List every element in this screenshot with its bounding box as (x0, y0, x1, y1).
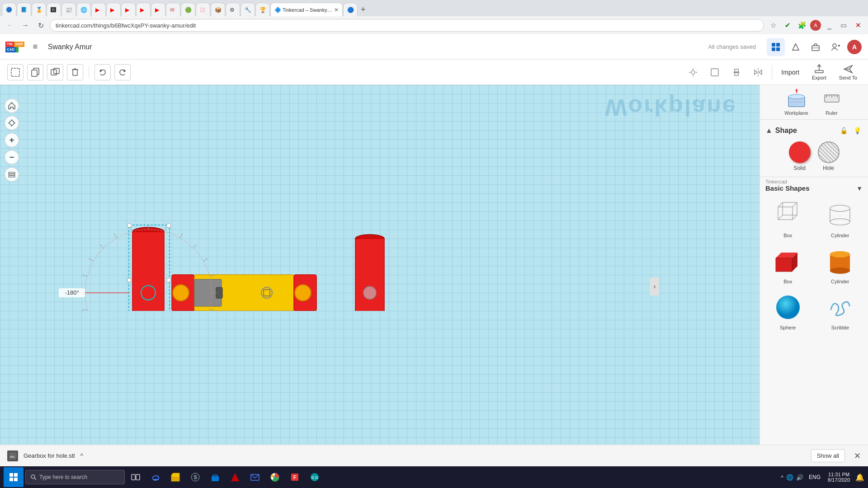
shape-item-box-solid[interactable]: Box (764, 244, 812, 286)
import-btn[interactable]: Import (778, 67, 803, 78)
solid-option[interactable]: Solid (789, 141, 811, 171)
tab-10[interactable]: ▶ (136, 3, 151, 16)
mirror-btn[interactable] (750, 64, 766, 80)
tab-6[interactable]: 🌐 (76, 3, 91, 16)
tab-4[interactable]: 🅰 (47, 3, 61, 16)
align-btn[interactable] (728, 64, 745, 80)
extension1-btn[interactable]: ✔ (781, 19, 794, 32)
tab-18[interactable]: 🏆 (255, 3, 270, 16)
add-user-btn[interactable] (826, 38, 844, 56)
sys-arrow-icon[interactable]: ^ (781, 474, 783, 481)
lightbulb-icon[interactable]: 💡 (852, 125, 863, 136)
minimize-btn[interactable]: ⎯ (823, 19, 835, 32)
menu-icon-btn[interactable]: ≡ (28, 40, 42, 54)
close-window-btn[interactable]: ✕ (852, 19, 864, 32)
tab-17[interactable]: 🔧 (241, 3, 255, 16)
taskbar-steam[interactable]: S (187, 469, 203, 485)
shape-item-cylinder-wireframe[interactable]: Cylinder (816, 197, 865, 240)
delete-btn[interactable] (67, 64, 83, 80)
taskbar-mail[interactable] (247, 469, 263, 485)
download-close-btn[interactable]: ✕ (854, 451, 861, 461)
tab-20[interactable]: 🔵 (343, 3, 358, 16)
tab-3[interactable]: 🏅 (32, 3, 46, 16)
collapse-arrow[interactable]: › (650, 277, 659, 296)
hole-option[interactable]: Hole (818, 141, 840, 171)
taskbar-edge[interactable] (147, 469, 164, 485)
tab-5[interactable]: 📰 (61, 3, 76, 16)
zoom-out-btn[interactable]: − (5, 150, 19, 164)
focus-btn[interactable] (5, 116, 19, 130)
maximize-btn[interactable]: ▭ (837, 19, 850, 32)
taskbar-explorer[interactable] (167, 469, 184, 485)
home-view-btn[interactable] (5, 99, 19, 113)
handle-ml[interactable] (127, 278, 131, 282)
briefcase-btn[interactable] (807, 38, 825, 56)
lang-btn[interactable]: ENG (807, 473, 822, 481)
tab-tinkercad[interactable]: 🔷 Tinkercad – Swanky Amur ✕ (270, 3, 343, 16)
handle-tr[interactable] (167, 224, 170, 227)
taskbar-task-view[interactable] (127, 469, 144, 485)
address-bar[interactable]: tinkercad.com/things/b6BfwcXqxPY-swanky-… (50, 19, 764, 32)
taskbar-app8[interactable]: F (287, 469, 303, 485)
tab-close-icon[interactable]: ✕ (334, 7, 339, 13)
undo-btn[interactable] (94, 64, 111, 80)
copy-btn[interactable] (27, 64, 43, 80)
tab-2[interactable]: 📘 (17, 3, 31, 16)
handle-mr[interactable] (167, 278, 170, 282)
duplicate-btn[interactable] (47, 64, 63, 80)
redo-btn[interactable] (114, 64, 131, 80)
select-all-btn[interactable] (7, 64, 24, 80)
user-profile-btn[interactable]: A (810, 20, 821, 31)
network-icon[interactable]: 🌐 (786, 474, 793, 481)
start-btn[interactable] (4, 467, 24, 487)
taskbar-clock[interactable]: 11:31 PM 8/17/2020 (824, 472, 854, 483)
zoom-in-btn[interactable]: + (5, 133, 19, 147)
new-tab-btn[interactable]: + (358, 3, 372, 16)
taskbar-store[interactable] (207, 469, 223, 485)
tab-8[interactable]: ▶ (106, 3, 121, 16)
tab-11[interactable]: ▶ (151, 3, 165, 16)
build-btn[interactable] (787, 38, 805, 56)
download-chevron-icon[interactable]: ^ (80, 452, 83, 460)
canvas-area[interactable]: Workplane (0, 85, 760, 488)
tab-15[interactable]: 📦 (211, 3, 225, 16)
shape-btn[interactable] (707, 64, 723, 80)
tab-7[interactable]: ▶ (91, 3, 106, 16)
layers-btn[interactable] (5, 167, 19, 182)
show-all-btn[interactable]: Show all (811, 449, 845, 462)
lock-icon[interactable]: 🔓 (838, 125, 849, 136)
user-avatar[interactable]: A (846, 39, 863, 55)
workplane-item[interactable]: Workplane (781, 89, 812, 116)
tinkercad-logo[interactable]: TIN KER CAD (5, 42, 24, 52)
light-btn[interactable] (685, 64, 701, 80)
tab-14[interactable]: 🖼 (196, 3, 210, 16)
grid-view-btn[interactable] (767, 38, 785, 56)
shape-item-box-wireframe[interactable]: Box (764, 197, 812, 240)
back-btn[interactable]: ← (4, 19, 16, 32)
library-select-row[interactable]: Basic Shapes ▼ (765, 184, 863, 192)
export-btn[interactable]: Export (808, 62, 830, 82)
shape-item-cylinder-solid[interactable]: Cylinder (816, 244, 865, 286)
tab-13[interactable]: 🟢 (181, 3, 195, 16)
forward-btn[interactable]: → (19, 19, 32, 32)
taskbar-search[interactable]: Type here to search (25, 470, 125, 484)
tab-16[interactable]: ⚙ (226, 3, 240, 16)
shape-item-scribble[interactable]: Scribble (816, 290, 865, 332)
notification-btn[interactable]: 🔔 (855, 473, 864, 482)
taskbar-app5[interactable] (227, 469, 243, 485)
taskbar-chrome[interactable] (267, 469, 283, 485)
tab-1[interactable]: 🔵 (2, 3, 16, 16)
shape-panel-collapse[interactable]: ▲ (765, 127, 773, 135)
volume-icon[interactable]: 🔊 (796, 474, 803, 481)
ruler-item[interactable]: Ruler (816, 89, 848, 116)
refresh-btn[interactable]: ↻ (34, 19, 47, 32)
bookmark-btn[interactable]: ☆ (767, 19, 779, 32)
taskbar-arduino[interactable]: ⊂⊃ (307, 469, 323, 485)
extension2-btn[interactable]: 🧩 (796, 19, 808, 32)
send-to-btn[interactable]: Send To (835, 62, 861, 82)
shape-item-sphere[interactable]: Sphere (764, 290, 812, 332)
tab-12[interactable]: ✉ (166, 3, 180, 16)
library-dropdown-arrow[interactable]: ▼ (856, 185, 863, 192)
topbar-right: A (767, 38, 863, 56)
tab-9[interactable]: ▶ (121, 3, 136, 16)
